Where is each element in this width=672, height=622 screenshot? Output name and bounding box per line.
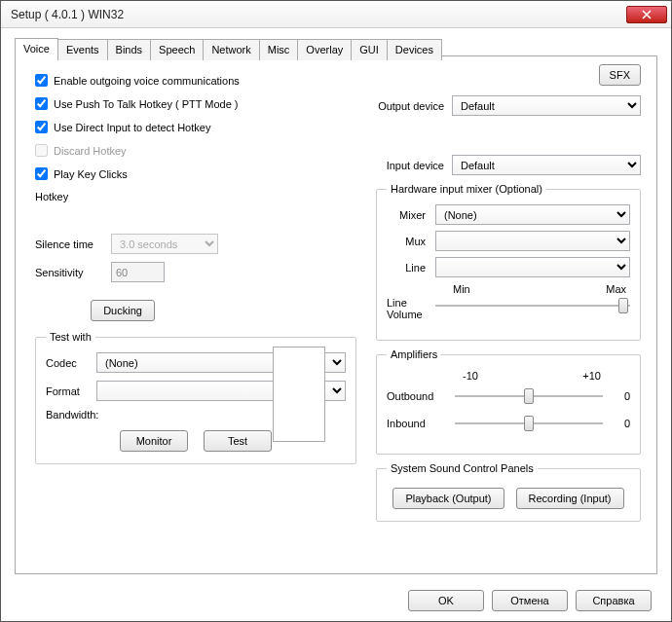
tabstrip: Voice Events Binds Speech Network Misc O… xyxy=(15,38,671,59)
tab-gui[interactable]: GUI xyxy=(351,39,388,60)
min-label: Min xyxy=(453,283,470,295)
sound-panels-fieldset: System Sound Control Panels Playback (Ou… xyxy=(376,462,641,522)
play-clicks-checkbox[interactable] xyxy=(35,167,48,180)
inbound-slider[interactable] xyxy=(455,415,603,432)
direct-input-row[interactable]: Use Direct Input to detect Hotkey xyxy=(35,121,356,133)
hardware-mixer-legend: Hardware input mixer (Optional) xyxy=(387,183,546,195)
amplifiers-fieldset: Amplifiers -10 +10 Outbound 0 Inbound xyxy=(376,348,641,455)
outbound-label: Outbound xyxy=(387,390,455,402)
discard-hotkey-label: Discard Hotkey xyxy=(54,145,127,157)
enable-outgoing-label: Enable outgoing voice communications xyxy=(54,75,240,87)
inbound-value: 0 xyxy=(603,418,630,429)
ptt-label: Use Push To Talk Hotkey ( PTT Mode ) xyxy=(54,98,239,110)
line-volume-slider[interactable] xyxy=(435,297,630,314)
line-volume-label: Line Volume xyxy=(387,297,435,320)
ducking-button[interactable]: Ducking xyxy=(91,300,155,321)
tab-voice[interactable]: Voice xyxy=(15,38,58,59)
close-button[interactable] xyxy=(626,6,667,23)
titlebar: Setup ( 4.0.1 ) WIN32 xyxy=(1,1,671,28)
tab-misc[interactable]: Misc xyxy=(259,39,299,60)
tab-overlay[interactable]: Overlay xyxy=(297,39,352,60)
line-label: Line xyxy=(387,262,435,274)
hotkey-label: Hotkey xyxy=(35,191,356,202)
discard-hotkey-checkbox xyxy=(35,144,48,157)
dialog-footer: OK Отмена Справка xyxy=(408,590,652,611)
test-button[interactable]: Test xyxy=(204,430,272,452)
hardware-mixer-fieldset: Hardware input mixer (Optional) Mixer (N… xyxy=(376,183,641,341)
direct-input-checkbox[interactable] xyxy=(35,121,48,133)
sensitivity-row: Sensitivity xyxy=(35,262,356,282)
playback-button[interactable]: Playback (Output) xyxy=(392,488,504,509)
mux-label: Mux xyxy=(387,236,435,247)
format-label: Format xyxy=(46,385,96,397)
enable-outgoing-row[interactable]: Enable outgoing voice communications xyxy=(35,74,356,87)
level-meter xyxy=(273,347,325,442)
codec-label: Codec xyxy=(46,357,96,369)
setup-dialog: Setup ( 4.0.1 ) WIN32 Voice Events Binds… xyxy=(0,0,672,622)
enable-outgoing-checkbox[interactable] xyxy=(35,74,48,87)
amplifiers-legend: Amplifiers xyxy=(387,348,441,360)
direct-input-label: Use Direct Input to detect Hotkey xyxy=(54,122,210,133)
outbound-value: 0 xyxy=(603,390,630,402)
silence-label: Silence time xyxy=(35,238,111,250)
monitor-button[interactable]: Monitor xyxy=(120,430,188,452)
help-button[interactable]: Справка xyxy=(576,590,652,611)
tab-devices[interactable]: Devices xyxy=(387,39,442,60)
max-label: Max xyxy=(606,283,626,295)
recording-button[interactable]: Recording (Input) xyxy=(516,488,624,509)
tab-network[interactable]: Network xyxy=(203,39,259,60)
sensitivity-input xyxy=(111,262,165,282)
tab-events[interactable]: Events xyxy=(57,39,108,60)
silence-row: Silence time 3.0 seconds xyxy=(35,234,356,254)
cancel-button[interactable]: Отмена xyxy=(492,590,568,611)
sensitivity-label: Sensitivity xyxy=(35,267,111,278)
output-device-select[interactable]: Default xyxy=(452,95,641,116)
ptt-checkbox[interactable] xyxy=(35,97,48,110)
mixer-label: Mixer xyxy=(387,209,435,221)
mixer-select[interactable]: (None) xyxy=(435,204,630,225)
play-clicks-label: Play Key Clicks xyxy=(54,168,128,180)
ptt-row[interactable]: Use Push To Talk Hotkey ( PTT Mode ) xyxy=(35,97,356,110)
ok-button[interactable]: OK xyxy=(408,590,484,611)
amp-hi-label: +10 xyxy=(582,370,601,382)
mux-select[interactable] xyxy=(435,231,630,251)
input-device-label: Input device xyxy=(376,160,452,171)
inbound-label: Inbound xyxy=(387,418,455,429)
tab-binds[interactable]: Binds xyxy=(107,39,152,60)
output-device-row: Output device Default xyxy=(376,95,641,116)
right-column: SFX Output device Default Input device D… xyxy=(376,64,641,522)
play-clicks-row[interactable]: Play Key Clicks xyxy=(35,167,356,180)
discard-hotkey-row: Discard Hotkey xyxy=(35,144,356,157)
outbound-slider[interactable] xyxy=(455,387,603,405)
close-icon xyxy=(642,10,652,19)
silence-select: 3.0 seconds xyxy=(111,234,218,254)
window-title: Setup ( 4.0.1 ) WIN32 xyxy=(11,8,626,21)
sfx-button[interactable]: SFX xyxy=(599,64,641,86)
tab-panel: Enable outgoing voice communications Use… xyxy=(15,55,657,574)
test-with-legend: Test with xyxy=(46,331,95,343)
tab-speech[interactable]: Speech xyxy=(150,39,204,60)
output-device-label: Output device xyxy=(376,100,452,112)
input-device-select[interactable]: Default xyxy=(452,155,641,175)
line-select[interactable] xyxy=(435,257,630,277)
amp-lo-label: -10 xyxy=(463,370,478,382)
sound-panels-legend: System Sound Control Panels xyxy=(387,462,538,474)
input-device-row: Input device Default xyxy=(376,155,641,175)
